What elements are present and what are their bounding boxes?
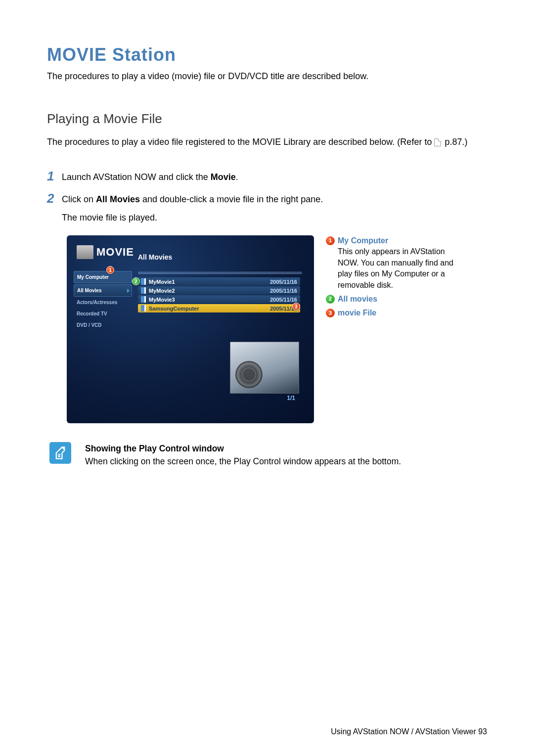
film-icon [141, 278, 146, 285]
callout-badge-1: 1 [106, 266, 114, 274]
movie-name: SamsungComputer [149, 306, 270, 311]
legend-desc: This only appears in AVStation NOW. You … [338, 246, 467, 291]
chevron-right-icon [127, 289, 130, 293]
step-number: 2 [47, 191, 62, 206]
divider [138, 272, 302, 274]
sidebar-item-actors[interactable]: Actors/Actresses [74, 297, 132, 308]
note: Showing the Play Control window When cli… [49, 442, 487, 468]
movie-name: MyMovie3 [149, 297, 270, 303]
note-text: When clicking on the screen once, the Pl… [85, 455, 401, 468]
list-item[interactable]: MyMovie1 2005/11/16 [138, 277, 300, 286]
legend-item-2: 2 All movies [326, 294, 467, 305]
legend-title: All movies [338, 295, 377, 303]
page-footer: Using AVStation NOW / AVStation Viewer 9… [331, 727, 487, 736]
text-bold: Movie [211, 172, 236, 182]
sidebar-item-my-computer[interactable]: My Computer [74, 271, 132, 283]
legend-item-1: 1 My Computer This only appears in AVSta… [326, 235, 467, 291]
movie-name: MyMovie1 [149, 279, 270, 285]
film-icon [141, 305, 146, 311]
sidebar-item-label: All Movies [77, 288, 101, 293]
note-title: Showing the Play Control window [85, 442, 401, 455]
page-indicator: 1/1 [287, 395, 295, 401]
page-reference-icon [434, 138, 441, 146]
movie-date: 2005/11/16 [270, 279, 297, 285]
list-item-selected[interactable]: SamsungComputer 2005/11/16 [138, 304, 300, 312]
section-intro: The procedures to play a video file regi… [47, 135, 487, 149]
legend: 1 My Computer This only appears in AVSta… [326, 235, 467, 322]
sidebar-item-all-movies[interactable]: All Movies [74, 284, 132, 297]
callout-badge-2-icon: 2 [326, 295, 335, 304]
movie-date: 2005/11/16 [270, 288, 297, 294]
preview-thumbnail [230, 342, 299, 394]
callout-badge-3: 3 [292, 303, 300, 311]
step-number: 1 [47, 169, 62, 184]
film-reel-icon [77, 245, 93, 259]
step-body: Launch AVStation NOW and click the Movie… [62, 169, 238, 184]
text-bold: All Movies [96, 194, 140, 204]
callout-badge-1-icon: 1 [326, 236, 335, 245]
text: Click on [62, 194, 96, 204]
app-logo-text: MOVIE [96, 246, 134, 259]
page-title: MOVIE Station [47, 44, 487, 65]
section-intro-text: The procedures to play a video file regi… [47, 137, 434, 147]
page-reference-text: p.87.) [445, 137, 467, 147]
note-body: Showing the Play Control window When cli… [85, 442, 401, 468]
intro-text: The procedures to play a video (movie) f… [47, 71, 487, 82]
step-2: 2 Click on All Movies and double-click a… [47, 191, 487, 224]
text: Launch AVStation NOW and click the [62, 172, 211, 182]
sidebar: My Computer All Movies Actors/Actresses … [74, 271, 132, 331]
callout-badge-2: 2 [132, 277, 140, 285]
text: The movie file is played. [62, 213, 157, 222]
app-logo: MOVIE [77, 245, 134, 259]
sidebar-item-dvd-vcd[interactable]: DVD / VCD [74, 319, 132, 331]
section-heading: Playing a Movie File [47, 111, 487, 127]
note-icon [49, 442, 71, 464]
text: and double-click a movie file in the rig… [140, 194, 323, 204]
sidebar-item-recorded-tv[interactable]: Recorded TV [74, 308, 132, 319]
step-1: 1 Launch AVStation NOW and click the Mov… [47, 169, 487, 184]
step-body: Click on All Movies and double-click a m… [62, 191, 323, 224]
figure-row: MOVIE All Movies My Computer All Movies … [67, 235, 487, 423]
callout-badge-3-icon: 3 [326, 309, 335, 317]
legend-item-3: 3 movie File [326, 308, 467, 318]
list-item[interactable]: MyMovie3 2005/11/16 [138, 295, 300, 304]
pane-title: All Movies [138, 253, 172, 261]
text: . [236, 172, 238, 182]
movie-name: MyMovie2 [149, 288, 270, 294]
legend-title: My Computer [338, 236, 388, 245]
film-reel-icon [235, 361, 263, 388]
list-item[interactable]: MyMovie2 2005/11/16 [138, 286, 300, 295]
app-screenshot: MOVIE All Movies My Computer All Movies … [67, 235, 314, 423]
film-icon [141, 296, 146, 303]
legend-title: movie File [338, 309, 376, 317]
film-icon [141, 287, 146, 294]
movie-date: 2005/11/16 [270, 297, 297, 303]
movie-list: MyMovie1 2005/11/16 MyMovie2 2005/11/16 … [138, 277, 300, 313]
